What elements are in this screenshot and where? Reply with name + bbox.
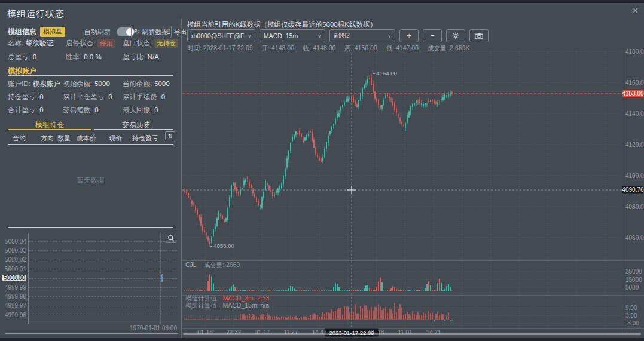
svg-text:4180.00: 4180.00: [625, 48, 644, 55]
svg-text:└ 4056.00: └ 4056.00: [208, 242, 234, 249]
info-field: 总盈亏:0: [8, 53, 36, 62]
table-header-2: 方向: [41, 134, 54, 143]
pane-separators: [182, 50, 644, 333]
account-field: 合计盈亏:0: [8, 106, 44, 115]
left-scrollbar[interactable]: [5, 333, 178, 334]
ohlc-item: 高: 4150.00: [344, 44, 377, 53]
volume-bars: [184, 274, 453, 291]
svg-text:4090.76: 4090.76: [622, 186, 644, 193]
svg-text:3.00: 3.00: [625, 312, 637, 319]
equity-value-mark: [161, 274, 163, 282]
info-field: 启停状态:停用: [66, 39, 115, 48]
table-header-5: 现价: [109, 134, 122, 143]
left-panel: 模组信息模拟盘 自动刷新 ↻刷新数据 ↥导出交易 名称:螺纹验证启停状态:停用盘…: [0, 3, 181, 338]
account-field: 初始余额:5000: [63, 79, 110, 88]
equity-y-tick: 4999.96: [2, 312, 26, 318]
kline-panel: 模组当前引用的K线数据（模组仅缓存最近的5000根K线数据） rb0000@SH…: [182, 3, 644, 338]
equity-y-tick: 5000.02: [2, 256, 26, 263]
divider: [8, 75, 173, 76]
empty-state: 暂无数据: [0, 176, 181, 185]
refresh-icon: ↻: [135, 28, 140, 36]
svg-text:└ 4164.00: └ 4164.00: [371, 70, 397, 76]
export-icon: ↥: [166, 28, 172, 36]
equity-y-tick: 5000.03: [2, 247, 26, 254]
account-field: 累计平仓盈亏:0: [63, 93, 112, 102]
equity-gridline: [29, 269, 177, 269]
zoom-out-button[interactable]: −: [423, 29, 442, 42]
equity-gridline: [29, 287, 177, 288]
table-header-4: 成本价: [77, 134, 96, 143]
macd-pane-label: 模组计算值MACD_15m: n/a: [185, 302, 269, 309]
account-field: 持仓盈亏:0: [8, 93, 44, 102]
equity-y-tick: 4999.97: [2, 302, 26, 309]
account-field: 账户ID:模拟账户: [8, 79, 60, 88]
app-window: 模组运行状态 × 模组信息模拟盘 自动刷新 ↻刷新数据 ↥导出交易 名称:螺纹验…: [0, 0, 644, 341]
table-header-divider: [8, 144, 173, 145]
equity-gridline: [29, 250, 177, 251]
volume-pane-label: CJL成交量: 2669: [185, 261, 240, 268]
table-settings-icon[interactable]: ⇅: [165, 131, 175, 140]
subchart-select[interactable]: 副图2∨: [329, 29, 395, 42]
equity-x-label: 1970-01-01 08:00: [130, 325, 177, 331]
equity-y-tick: 5000.04: [2, 238, 26, 245]
equity-y-tick: 4999.98: [2, 293, 26, 300]
screenshot-button[interactable]: [469, 29, 489, 42]
svg-text:15000: 15000: [625, 277, 642, 283]
chevron-down-icon: ∨: [318, 33, 321, 39]
ohlc-item: 开: 4148.00: [262, 44, 294, 53]
equity-gridline: [29, 278, 177, 279]
svg-text:25000: 25000: [625, 268, 642, 275]
ohlc-item: 低: 4147.00: [386, 44, 419, 53]
gear-icon: [452, 32, 459, 39]
module-info-header: 模组信息模拟盘 自动刷新 ↻刷新数据 ↥导出交易: [8, 26, 178, 39]
table-header-1: 合约: [13, 134, 26, 143]
ohlc-info: 时间: 2023-01-17 22:09开: 4148.00收: 4148.00…: [187, 44, 470, 53]
svg-text:4080.00: 4080.00: [625, 204, 644, 210]
svg-text:-3.00: -3.00: [625, 320, 639, 327]
sim-mode-badge: 模拟盘: [40, 27, 65, 37]
table-header-6: 持仓盈亏: [132, 134, 158, 143]
inactive-tab-underline: [94, 129, 173, 130]
equity-gridline: [29, 296, 177, 297]
ohlc-item: 收: 4148.00: [303, 44, 335, 53]
info-field: 盈亏比:N/A: [123, 53, 159, 62]
high-low-markers: └ 4164.00└ 4056.00: [208, 70, 397, 249]
equity-mini-chart[interactable]: 1970-01-01 08:00 5000.045000.035000.0250…: [0, 232, 181, 330]
chart-controls: rb0000@SHFE@FUTURES∨ MACD_15m∨ 副图2∨ + −: [187, 29, 489, 42]
last-price-line: 4153.00: [182, 90, 644, 97]
equity-y-tick: 5000.01: [2, 266, 26, 272]
account-field: 交易笔数:0: [63, 106, 99, 115]
account-field: 最大回撤:0: [123, 106, 158, 115]
svg-text:4060.00: 4060.00: [625, 235, 644, 241]
candles: [184, 74, 453, 245]
panel-divider: [181, 19, 182, 338]
svg-text:5000: 5000: [625, 284, 639, 291]
ohlc-item: 成交量: 2.669K: [428, 44, 470, 53]
crosshair: [182, 50, 622, 328]
svg-text:4100.00: 4100.00: [625, 173, 644, 179]
indicator-select[interactable]: MACD_15m∨: [260, 29, 325, 42]
module-status-modal: 模组运行状态 × 模组信息模拟盘 自动刷新 ↻刷新数据 ↥导出交易 名称:螺纹验…: [0, 3, 644, 338]
svg-text:4120.00: 4120.00: [625, 142, 644, 148]
zoom-in-button[interactable]: +: [399, 29, 419, 42]
crosshair-price-badge: 4090.76: [622, 186, 644, 194]
active-tab-underline: [8, 129, 91, 130]
svg-text:9.00: 9.00: [625, 305, 637, 311]
chart-scrollbar[interactable]: [183, 333, 641, 335]
divider: [8, 227, 173, 228]
auto-refresh-label: 自动刷新: [84, 27, 111, 36]
account-field: 累计手续费:0: [123, 93, 165, 102]
kline-title: 模组当前引用的K线数据（模组仅缓存最近的5000根K线数据）: [187, 20, 377, 29]
symbol-select[interactable]: rb0000@SHFE@FUTURES∨: [187, 29, 255, 42]
page-edge-top: [0, 0, 644, 3]
chevron-down-icon: ∨: [248, 33, 251, 39]
ohlc-item: 时间: 2023-01-17 22:09: [187, 44, 253, 53]
module-info-title: 模组信息: [8, 27, 36, 36]
svg-text:4153.00: 4153.00: [622, 90, 644, 97]
kline-chart[interactable]: 4153.00└ 4164.00└ 4056.004090.762023-01-…: [182, 3, 644, 341]
chevron-down-icon: ∨: [387, 33, 391, 39]
svg-text:4140.00: 4140.00: [625, 110, 644, 117]
settings-button[interactable]: [446, 29, 465, 42]
crosshair-cursor: [347, 186, 356, 194]
equity-gridline: [29, 315, 177, 315]
